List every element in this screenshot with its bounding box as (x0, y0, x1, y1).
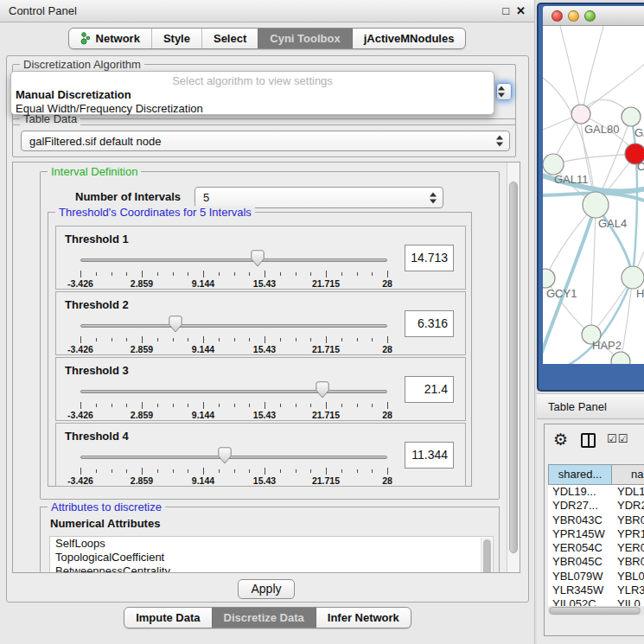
gear-icon[interactable]: ⚙ (553, 430, 568, 450)
threshold-box-4: Threshold 4-3.4262.8599.14415.4321.71528… (55, 423, 466, 487)
threshold-value-field[interactable]: 11.344 (405, 442, 454, 469)
network-node[interactable] (622, 107, 641, 126)
network-node-label: GAL11 (554, 173, 589, 186)
column-header-shared-name[interactable]: shared... (548, 464, 612, 485)
table-toolbar: ⚙ ☑☑ (545, 424, 644, 462)
axis-tick-label: 21.715 (312, 410, 340, 420)
column-header-name[interactable]: na (612, 464, 644, 485)
network-node[interactable] (622, 266, 644, 289)
network-icon (80, 32, 92, 45)
axis-tick-label: 9.144 (192, 410, 214, 420)
axis-tick-label: 15.43 (253, 410, 276, 420)
table-row[interactable]: YBR043CYBR0 (548, 513, 644, 527)
network-node[interactable] (571, 105, 590, 124)
tab-style[interactable]: Style (151, 29, 201, 48)
table-row[interactable]: YDR27...YDR2 (548, 499, 644, 513)
table-data-combobox[interactable]: galFiltered.sif default node (21, 131, 510, 151)
tab-infer-network[interactable]: Infer Network (316, 608, 411, 628)
slider-track[interactable] (80, 390, 387, 393)
settings-vertical-scrollbar[interactable] (507, 163, 520, 572)
algorithm-dropdown-popup: Select algorithm to view settings Manual… (10, 71, 494, 115)
select-columns-icons[interactable]: ☑☑ (607, 432, 628, 445)
combobox-stepper-icon (496, 136, 503, 147)
table-row[interactable]: YER054CYER0 (548, 541, 644, 555)
table-panel-title: Table Panel (548, 400, 607, 413)
axis-tick-label: 28 (382, 475, 392, 486)
network-node-label: HAP2 (592, 339, 622, 352)
control-panel-tabbar: Network Style Select Cyni Toolbox jActiv… (0, 28, 534, 49)
slider-handle[interactable] (169, 316, 182, 333)
attributes-list-scrollbar[interactable] (481, 538, 492, 573)
table-row[interactable]: YDL19...YDL1 (548, 485, 644, 499)
network-window-titlebar (543, 6, 644, 26)
tab-impute-data[interactable]: Impute Data (124, 608, 211, 628)
table-row[interactable]: YBL079WYBL0 (548, 570, 644, 583)
combobox-stepper-icon (430, 192, 437, 203)
thresholds-group: Threshold's Coordinates for 5 Intervals … (48, 212, 472, 487)
table-data-group: Table Data galFiltered.sif default node (12, 118, 516, 157)
apply-bar: Apply (12, 574, 520, 603)
slider-handle[interactable] (218, 447, 232, 464)
network-node-label: C (637, 160, 644, 173)
column-layout-icon[interactable] (581, 433, 596, 448)
threshold-value-field[interactable]: 21.4 (405, 376, 454, 403)
attribute-list-item[interactable]: SelfLoops (50, 537, 493, 551)
zoom-traffic-light[interactable] (584, 10, 596, 22)
network-canvas[interactable]: GAL80GACGAL11GAL4GCY1HHAP2 (543, 26, 644, 364)
axis-tick-label: 21.715 (312, 344, 340, 354)
slider-track[interactable] (80, 456, 387, 459)
interval-definition-group: Interval Definition Number of Intervals … (40, 171, 500, 500)
tab-cyni-toolbox[interactable]: Cyni Toolbox (258, 29, 351, 48)
threshold-box-3: Threshold 3-3.4262.8599.14415.4321.71528… (55, 357, 466, 421)
axis-tick-label: 9.144 (192, 475, 214, 486)
tab-jactivemnodules[interactable]: jActiveMNodules (352, 29, 466, 48)
table-row[interactable]: YLR345WYLR3 (548, 583, 644, 597)
attributes-group: Attributes to discretize Numerical Attri… (40, 507, 500, 573)
number-of-intervals-label: Number of Intervals (75, 190, 181, 203)
threshold-box-2: Threshold 2-3.4262.8599.14415.4321.71528… (55, 291, 466, 355)
table-rows[interactable]: YDL19...YDL1YDR27...YDR2YBR043CYBR0YPR14… (548, 485, 644, 606)
attribute-list-item[interactable]: BetweennessCentrality (50, 564, 493, 573)
axis-tick-label: 9.144 (192, 344, 214, 354)
slider-track[interactable] (80, 258, 387, 262)
axis-tick-label: 2.859 (131, 278, 153, 289)
axis-tick-label: 21.715 (312, 475, 340, 486)
minimize-traffic-light[interactable] (568, 10, 579, 22)
axis-tick-label: 9.144 (192, 278, 214, 289)
close-traffic-light[interactable] (552, 10, 563, 22)
network-node-gal4[interactable] (583, 192, 609, 218)
dropdown-option-equal-width-frequency[interactable]: Equal Width/Frequency Discretization (16, 102, 203, 115)
network-node-gcy1[interactable] (543, 269, 555, 288)
table-horizontal-scrollbar[interactable] (548, 606, 644, 615)
tab-network[interactable]: Network (69, 29, 151, 48)
algorithm-combobox-stepper[interactable] (496, 83, 512, 100)
attribute-list-item[interactable]: TopologicalCoefficient (50, 551, 493, 564)
slider-ticks (80, 402, 387, 410)
threshold-value-field[interactable]: 14.713 (405, 245, 454, 271)
table-data-selected-value: galFiltered.sif default node (29, 135, 161, 148)
slider-handle[interactable] (316, 381, 329, 399)
slider-track[interactable] (80, 324, 387, 328)
network-view-window: GAL80GACGAL11GAL4GCY1HHAP2 (537, 3, 644, 392)
slider-ticks (80, 336, 387, 344)
tab-select[interactable]: Select (201, 29, 258, 48)
float-window-icon[interactable]: □ (502, 0, 509, 22)
network-node[interactable] (611, 352, 630, 364)
table-row[interactable]: YIL052CYIL0 (548, 597, 644, 606)
axis-tick-label: -3.426 (67, 344, 93, 354)
close-window-icon[interactable]: ✕ (516, 0, 526, 22)
tab-discretize-data[interactable]: Discretize Data (212, 608, 316, 628)
axis-tick-label: 2.859 (131, 475, 153, 486)
apply-button[interactable]: Apply (238, 579, 295, 599)
numerical-attributes-list[interactable]: SelfLoopsTopologicalCoefficientBetweenne… (49, 536, 494, 573)
slider-ticks (80, 271, 387, 278)
network-node-label: H (636, 287, 644, 300)
slider-handle[interactable] (251, 250, 265, 267)
table-row[interactable]: YPR145WYPR1 (548, 527, 644, 541)
dropdown-option-manual-discretization[interactable]: Manual Discretization (16, 88, 131, 101)
network-node[interactable] (543, 154, 564, 175)
network-node-label: GAL80 (584, 123, 619, 136)
threshold-value-field[interactable]: 6.316 (405, 310, 454, 337)
window-title: Control Panel (9, 0, 77, 22)
table-row[interactable]: YBR045CYBR0 (548, 555, 644, 569)
